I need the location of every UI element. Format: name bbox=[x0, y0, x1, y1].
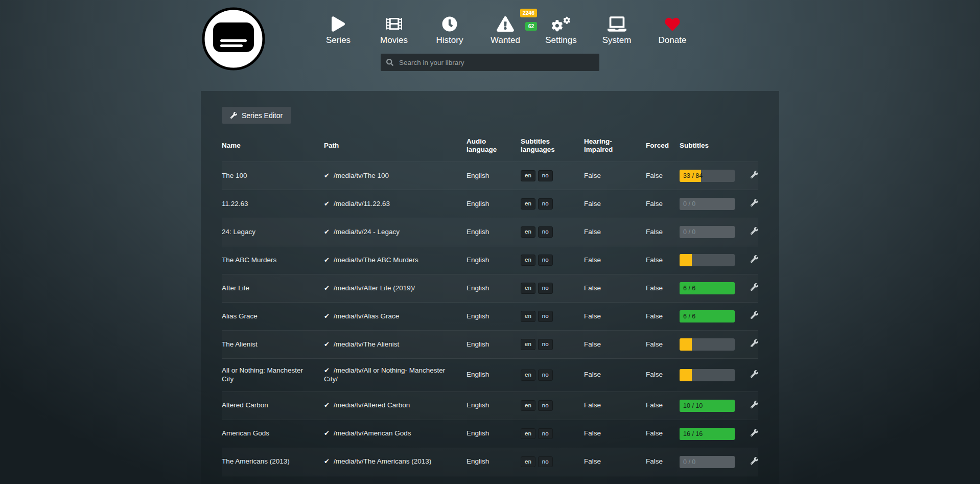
check-icon: ✔ bbox=[324, 200, 330, 208]
edit-series-button[interactable] bbox=[751, 227, 758, 235]
nav-item-movies[interactable]: Movies bbox=[368, 12, 419, 45]
check-icon: ✔ bbox=[324, 172, 330, 179]
forced-value: False bbox=[646, 476, 680, 484]
series-path-text: /media/tv/All or Nothing- Manchester Cit… bbox=[324, 366, 445, 383]
edit-series-button[interactable] bbox=[751, 370, 758, 378]
forced-value: False bbox=[646, 162, 680, 190]
nav-label: Movies bbox=[380, 35, 408, 45]
series-name[interactable]: The ABC Murders bbox=[222, 256, 276, 264]
subtitles-progress bbox=[680, 254, 735, 266]
series-name[interactable]: American Gods bbox=[222, 429, 269, 437]
wrench-icon bbox=[751, 429, 758, 436]
subtitles-progress: 33 / 84 bbox=[680, 170, 735, 182]
hearing-impaired-value: False bbox=[584, 218, 646, 246]
edit-series-button[interactable] bbox=[751, 457, 758, 465]
subtitles-progress-label: 33 / 84 bbox=[683, 170, 703, 182]
table-row: Altered Carbon ✔/media/tv/Altered Carbon… bbox=[222, 391, 758, 420]
subtitles-progress-fill bbox=[680, 254, 692, 266]
subtitles-progress-label: 0 / 0 bbox=[683, 226, 695, 238]
clock-icon bbox=[442, 12, 457, 32]
check-icon: ✔ bbox=[324, 429, 330, 437]
table-row: The Americans (2013) ✔/media/tv/The Amer… bbox=[222, 448, 758, 476]
subtitles-progress bbox=[680, 369, 735, 381]
subtitles-languages: enno bbox=[521, 401, 555, 409]
hearing-impaired-value: False bbox=[584, 331, 646, 359]
nav-label: System bbox=[602, 35, 632, 45]
subtitles-progress: 0 / 0 bbox=[680, 456, 735, 468]
edit-series-button[interactable] bbox=[751, 199, 758, 206]
language-badge: no bbox=[538, 255, 553, 265]
edit-series-button[interactable] bbox=[751, 401, 758, 408]
series-path-text: /media/tv/American Gods bbox=[334, 429, 411, 437]
series-name[interactable]: 24: Legacy bbox=[222, 228, 255, 236]
hearing-impaired-value: False bbox=[584, 246, 646, 274]
series-path-text: /media/tv/Alias Grace bbox=[334, 312, 399, 320]
nav-item-system[interactable]: System bbox=[591, 12, 642, 45]
edit-series-button[interactable] bbox=[751, 429, 758, 436]
series-path-text: /media/tv/24 - Legacy bbox=[334, 228, 400, 236]
subtitles-progress-label: 6 / 6 bbox=[683, 282, 695, 294]
subtitles-languages: enno bbox=[521, 457, 555, 465]
column-header-subtitles: Subtitles bbox=[680, 132, 749, 162]
language-badge: no bbox=[538, 283, 553, 293]
nav-item-history[interactable]: History bbox=[424, 12, 475, 45]
language-badge: no bbox=[538, 456, 553, 467]
series-name[interactable]: All or Nothing: Manchester City bbox=[222, 366, 303, 383]
audio-language: English bbox=[466, 303, 521, 331]
wrench-icon bbox=[751, 339, 758, 347]
nav-item-wanted[interactable]: 2246 62 Wanted bbox=[480, 12, 531, 45]
edit-series-button[interactable] bbox=[751, 255, 758, 263]
subtitles-languages: enno bbox=[521, 227, 555, 235]
edit-series-button[interactable] bbox=[751, 171, 758, 178]
search-input[interactable] bbox=[398, 58, 594, 67]
series-name[interactable]: The Alienist bbox=[222, 340, 258, 348]
language-badge: en bbox=[521, 428, 535, 439]
series-editor-button[interactable]: Series Editor bbox=[222, 107, 291, 124]
table-row: Another Life (2019) ✔/media/tv/Another L… bbox=[222, 476, 758, 484]
edit-series-button[interactable] bbox=[751, 339, 758, 347]
series-name[interactable]: The Americans (2013) bbox=[222, 457, 290, 465]
language-badge: no bbox=[538, 428, 553, 439]
table-row: The Alienist ✔/media/tv/The Alienist Eng… bbox=[222, 331, 758, 359]
subtitles-languages: enno bbox=[521, 284, 555, 291]
wrench-icon bbox=[751, 370, 758, 378]
nav-label: Donate bbox=[659, 35, 687, 45]
edit-series-button[interactable] bbox=[751, 311, 758, 319]
edit-series-button[interactable] bbox=[751, 283, 758, 291]
hearing-impaired-value: False bbox=[584, 274, 646, 303]
subtitles-progress-label: 0 / 0 bbox=[683, 456, 695, 468]
column-header-name: Name bbox=[222, 132, 324, 162]
forced-value: False bbox=[646, 274, 680, 303]
language-badge: en bbox=[521, 170, 535, 181]
subtitles-progress: 0 / 0 bbox=[680, 198, 735, 210]
subtitles-progress: 6 / 6 bbox=[680, 310, 735, 322]
language-badge: en bbox=[521, 311, 535, 321]
audio-language: English bbox=[466, 331, 521, 359]
series-name[interactable]: Alias Grace bbox=[222, 312, 258, 320]
wrench-icon bbox=[751, 283, 758, 291]
wrench-icon bbox=[751, 401, 758, 408]
nav-item-settings[interactable]: Settings bbox=[535, 12, 587, 45]
nav-item-donate[interactable]: Donate bbox=[647, 12, 698, 45]
table-row: Alias Grace ✔/media/tv/Alias Grace Engli… bbox=[222, 303, 758, 331]
check-icon: ✔ bbox=[324, 228, 330, 236]
nav-item-series[interactable]: Series bbox=[313, 12, 364, 45]
wrench-icon bbox=[751, 311, 758, 319]
series-path-text: /media/tv/The 100 bbox=[334, 172, 389, 179]
wrench-icon bbox=[751, 227, 758, 235]
series-name[interactable]: 11.22.63 bbox=[222, 200, 248, 208]
audio-language: English bbox=[466, 218, 521, 246]
app-logo[interactable] bbox=[201, 7, 266, 71]
series-name[interactable]: Altered Carbon bbox=[222, 401, 268, 409]
series-name[interactable]: After Life bbox=[222, 284, 249, 292]
hearing-impaired-value: False bbox=[584, 476, 646, 484]
subtitles-languages: enno bbox=[521, 371, 555, 378]
series-name[interactable]: The 100 bbox=[222, 172, 247, 179]
nav-label: History bbox=[436, 35, 463, 45]
forced-value: False bbox=[646, 420, 680, 448]
table-row: The 100 ✔/media/tv/The 100 English enno … bbox=[222, 162, 758, 190]
audio-language: English bbox=[466, 162, 521, 190]
audio-language: English bbox=[466, 359, 521, 392]
column-header-forced: Forced bbox=[646, 132, 680, 162]
series-path-text: /media/tv/11.22.63 bbox=[334, 200, 390, 208]
